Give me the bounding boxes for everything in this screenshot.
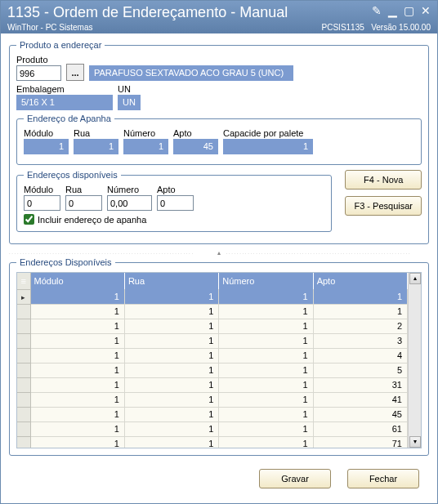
cell-modulo[interactable]: 1 (30, 436, 124, 448)
table-row[interactable]: 1114 (17, 348, 408, 363)
apanha-rua: 1 (74, 139, 118, 154)
cell-rua[interactable]: 1 (124, 377, 218, 392)
label-apanha-numero: Número (123, 128, 168, 138)
cell-numero[interactable]: 1 (219, 407, 313, 421)
cell-apto[interactable]: 5 (313, 363, 407, 377)
row-indicator (17, 363, 30, 377)
cell-apto[interactable]: 2 (313, 319, 407, 333)
scroll-up-icon[interactable]: ▴ (409, 273, 421, 284)
table-row[interactable]: 1113 (17, 333, 408, 348)
cell-numero[interactable]: 1 (219, 304, 313, 319)
chevron-up-icon[interactable]: ▴ (212, 249, 226, 256)
group-grid: Endereços Disponíveis ≡ Módulo Rua Númer… (9, 257, 429, 456)
col-rua[interactable]: Rua (124, 273, 218, 289)
produto-codigo-input[interactable] (16, 65, 61, 81)
row-indicator (17, 304, 30, 319)
cell-rua[interactable]: 1 (124, 363, 218, 377)
cell-modulo[interactable]: 1 (30, 348, 124, 363)
filtro-numero-input[interactable] (107, 195, 152, 211)
cell-modulo[interactable]: 1 (30, 407, 124, 421)
cell-apto[interactable]: 1 (313, 289, 407, 304)
filtro-modulo-input[interactable] (24, 195, 60, 211)
cell-numero[interactable]: 1 (219, 333, 313, 348)
cell-modulo[interactable]: 1 (30, 304, 124, 319)
cell-modulo[interactable]: 1 (30, 289, 124, 304)
cell-rua[interactable]: 1 (124, 407, 218, 421)
cell-apto[interactable]: 41 (313, 392, 407, 407)
table-row[interactable]: 1112 (17, 319, 408, 333)
table-row[interactable]: 11145 (17, 407, 408, 421)
table-row[interactable]: 11161 (17, 421, 408, 436)
cell-apto[interactable]: 61 (313, 421, 407, 436)
gravar-button[interactable]: Gravar (259, 469, 331, 488)
cell-numero[interactable]: 1 (219, 348, 313, 363)
label-apanha-rua: Rua (74, 128, 118, 138)
minimize-icon[interactable]: ▁ (388, 4, 397, 17)
cell-numero[interactable]: 1 (219, 421, 313, 436)
label-un: UN (118, 84, 141, 94)
cell-numero[interactable]: 1 (219, 363, 313, 377)
group-produto: Produto a endereçar Produto ... PARAFUSO… (9, 40, 429, 244)
row-indicator (17, 377, 30, 392)
col-numero[interactable]: Número (219, 273, 313, 289)
system-code: PCSIS1135 (322, 23, 364, 32)
grid[interactable]: ≡ Módulo Rua Número Apto ▸11111111111211… (16, 272, 422, 448)
table-row[interactable]: 1115 (17, 363, 408, 377)
cell-modulo[interactable]: 1 (30, 421, 124, 436)
cell-numero[interactable]: 1 (219, 377, 313, 392)
f3-pesquisar-button[interactable]: F3 - Pesquisar (345, 196, 422, 216)
cell-modulo[interactable]: 1 (30, 333, 124, 348)
cell-numero[interactable]: 1 (219, 289, 313, 304)
row-indicator (17, 333, 30, 348)
cell-modulo[interactable]: 1 (30, 392, 124, 407)
cell-rua[interactable]: 1 (124, 333, 218, 348)
close-icon[interactable]: ✕ (421, 4, 431, 17)
cell-numero[interactable]: 1 (219, 392, 313, 407)
edit-icon[interactable]: ✎ (372, 4, 382, 17)
table-row[interactable]: 11141 (17, 392, 408, 407)
table-row[interactable]: ▸1111 (17, 289, 408, 304)
cell-modulo[interactable]: 1 (30, 377, 124, 392)
lookup-produto-button[interactable]: ... (66, 64, 84, 81)
row-indicator-header: ≡ (17, 273, 30, 289)
vertical-scrollbar[interactable]: ▴ ▾ (408, 273, 421, 448)
filtro-rua-input[interactable] (65, 195, 102, 211)
subtitle-left: WinThor - PC Sistemas (7, 23, 92, 32)
row-indicator (17, 436, 30, 448)
cell-rua[interactable]: 1 (124, 319, 218, 333)
fechar-button[interactable]: Fechar (347, 469, 419, 488)
cell-apto[interactable]: 31 (313, 377, 407, 392)
group-apanha-legend: Endereço de Apanha (24, 114, 114, 123)
table-row[interactable]: 11171 (17, 436, 408, 448)
cell-rua[interactable]: 1 (124, 436, 218, 448)
cell-numero[interactable]: 1 (219, 319, 313, 333)
cell-modulo[interactable]: 1 (30, 319, 124, 333)
col-apto[interactable]: Apto (313, 273, 407, 289)
cell-apto[interactable]: 71 (313, 436, 407, 448)
filtro-apto-input[interactable] (157, 195, 194, 211)
label-embalagem: Embalagem (16, 84, 113, 94)
scroll-down-icon[interactable]: ▾ (409, 436, 421, 448)
cell-rua[interactable]: 1 (124, 392, 218, 407)
cell-numero[interactable]: 1 (219, 436, 313, 448)
label-produto: Produto (16, 55, 61, 65)
label-apanha-capacidade: Capacide por palete (223, 128, 313, 138)
cell-apto[interactable]: 4 (313, 348, 407, 363)
cell-modulo[interactable]: 1 (30, 363, 124, 377)
table-row[interactable]: 11131 (17, 377, 408, 392)
maximize-icon[interactable]: ▢ (404, 4, 414, 17)
col-modulo[interactable]: Módulo (30, 273, 124, 289)
cell-apto[interactable]: 3 (313, 333, 407, 348)
cell-rua[interactable]: 1 (124, 421, 218, 436)
cell-rua[interactable]: 1 (124, 304, 218, 319)
group-produto-legend: Produto a endereçar (16, 40, 105, 50)
cell-apto[interactable]: 1 (313, 304, 407, 319)
cell-apto[interactable]: 45 (313, 407, 407, 421)
apanha-apto: 45 (173, 139, 218, 154)
splitter[interactable]: . . . . . . . . . . . . . . . . . . . . … (9, 249, 429, 256)
cell-rua[interactable]: 1 (124, 289, 218, 304)
cell-rua[interactable]: 1 (124, 348, 218, 363)
incluir-checkbox[interactable] (24, 214, 34, 225)
f4-nova-button[interactable]: F4 - Nova (345, 170, 422, 190)
table-row[interactable]: 1111 (17, 304, 408, 319)
